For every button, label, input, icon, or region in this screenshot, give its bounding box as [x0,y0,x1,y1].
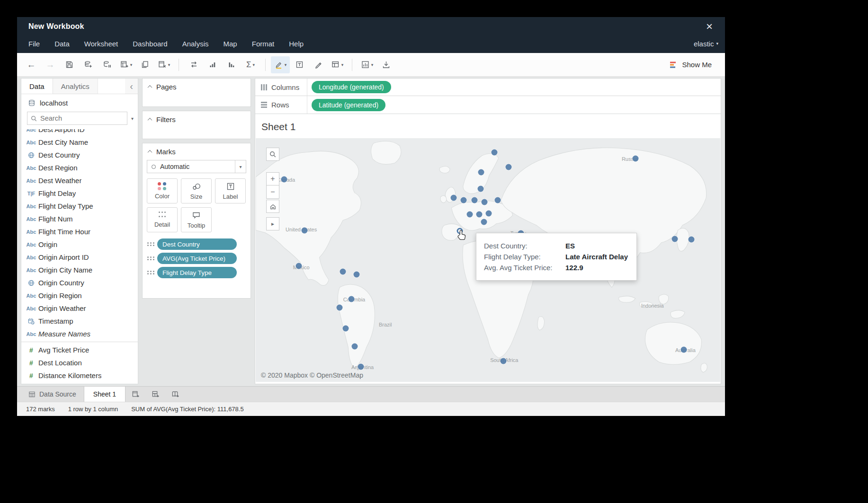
field-origin-country[interactable]: Origin Country [21,276,138,289]
new-worksheet-button[interactable]: ▾ [116,56,135,73]
sort-descending-button[interactable] [222,56,241,73]
tooltip-button[interactable]: Tooltip [181,207,212,232]
menu-worksheet[interactable]: Worksheet [84,40,118,48]
map-mark[interactable] [340,268,346,274]
field-origin[interactable]: AbcOrigin [21,238,138,251]
map-mark[interactable] [472,197,478,203]
map-mark[interactable] [358,363,364,370]
map-mark[interactable] [689,237,695,243]
map-mark[interactable] [343,325,349,331]
field-dest-location[interactable]: #Dest Location [21,356,138,369]
chevron-down-icon[interactable]: ▾ [235,160,246,173]
rows-pill-latitude-generated[interactable]: Latitude (generated) [312,99,385,111]
pause-auto-updates-button[interactable] [98,56,116,73]
columns-shelf[interactable]: Columns Longitude (generated) [255,78,721,96]
field-dest-region[interactable]: AbcDest Region [21,161,138,174]
undo-button[interactable]: ← [22,56,41,73]
show-hide-cards-button[interactable]: ▾ [328,56,347,73]
map-mark[interactable] [302,227,308,233]
menu-file[interactable]: File [28,40,40,48]
menu-analysis[interactable]: Analysis [182,40,209,48]
zoom-in-button[interactable]: + [266,172,279,185]
data-source-tab[interactable]: Data Source [21,387,84,402]
field-dest-airport-id[interactable]: AbcDest Airport ID [21,129,138,136]
field-avg-ticket-price[interactable]: #Avg Ticket Price [21,344,138,356]
search-input[interactable] [40,115,124,122]
collapse-pane-icon[interactable]: ‹ [125,79,138,94]
field-dest-weather[interactable]: AbcDest Weather [21,174,138,187]
marks-pill-avg-avg-ticket-price[interactable]: AVG(Avg Ticket Price) [157,253,237,264]
map-mark[interactable] [461,197,467,203]
map-mark[interactable] [351,344,358,350]
map-pan-button[interactable]: ▸ [266,217,279,230]
save-button[interactable] [60,56,79,73]
map-mark[interactable] [500,358,506,364]
totals-button[interactable]: Σ ▾ [241,56,260,73]
map-search-button[interactable] [266,148,279,161]
field-flight-delay[interactable]: T|FFlight Delay [21,187,138,200]
map-mark[interactable] [281,176,287,183]
map-area[interactable]: + − ▸ Dest Country:ESFlight Delay Type:L… [256,138,720,382]
field-origin-airport-id[interactable]: AbcOrigin Airport ID [21,251,138,264]
collapse-card-icon[interactable] [148,85,152,90]
size-button[interactable]: Size [181,178,212,203]
field-flight-delay-type[interactable]: AbcFlight Delay Type [21,200,138,212]
view-options-caret-icon[interactable]: ▾ [130,116,135,121]
highlight-button[interactable]: ▾ [271,56,290,73]
field-origin-weather[interactable]: AbcOrigin Weather [21,302,138,315]
map-mark[interactable] [349,296,355,302]
new-story-button[interactable] [165,387,185,402]
close-icon[interactable]: × [706,21,713,32]
sheet-tab-sheet1[interactable]: Sheet 1 [84,387,125,402]
map-home-button[interactable] [266,200,279,213]
pages-shelf[interactable]: Pages [142,78,251,107]
field-flight-num[interactable]: AbcFlight Num [21,212,138,225]
map-mark[interactable] [633,156,639,162]
field-origin-city-name[interactable]: AbcOrigin City Name [21,264,138,276]
duplicate-button[interactable] [135,56,154,73]
zoom-out-button[interactable]: − [266,185,279,199]
user-menu[interactable]: elastic ▾ [694,40,718,48]
map-mark[interactable] [495,197,501,203]
swap-rows-columns-button[interactable] [184,56,203,73]
field-timestamp[interactable]: Timestamp [21,315,138,327]
new-worksheet-button[interactable] [125,387,145,402]
map-mark[interactable] [353,271,359,277]
field-dest-country[interactable]: Dest Country [21,149,138,161]
field-flight-time-hour[interactable]: AbcFlight Time Hour [21,225,138,238]
fit-button[interactable]: ▾ [358,56,376,73]
columns-pill-longitude-generated[interactable]: Longitude (generated) [312,81,391,93]
map-mark[interactable] [467,211,473,217]
label-button[interactable]: Label [215,178,246,203]
show-me-button[interactable]: Show Me [670,61,718,69]
map-mark[interactable] [478,169,484,175]
field-origin-region[interactable]: AbcOrigin Region [21,289,138,302]
data-source-connection[interactable]: localhost [21,94,138,111]
marks-pill-dest-country[interactable]: Dest Country [157,238,237,250]
map-mark[interactable] [492,150,498,156]
menu-data[interactable]: Data [54,40,70,48]
marks-pill-flight-delay-type[interactable]: Flight Delay Type [157,267,237,278]
menu-help[interactable]: Help [289,40,304,48]
collapse-card-icon[interactable] [148,118,152,123]
menu-dashboard[interactable]: Dashboard [133,40,167,48]
map-mark[interactable] [481,219,487,225]
show-mark-labels-button[interactable] [290,56,309,73]
color-button[interactable]: Color [147,178,178,203]
rows-shelf[interactable]: Rows Latitude (generated) [255,96,721,114]
menu-format[interactable]: Format [252,40,275,48]
new-data-source-button[interactable] [79,56,98,73]
map-mark[interactable] [680,346,687,353]
map-mark[interactable] [477,186,483,192]
map-mark[interactable] [486,210,492,216]
map-mark[interactable] [505,164,511,170]
map-mark[interactable] [450,195,456,201]
map-mark[interactable] [671,236,678,242]
tab-analytics[interactable]: Analytics [53,79,98,94]
mark-type-dropdown[interactable]: Automatic ▾ [147,160,246,173]
tab-data[interactable]: Data [21,79,53,94]
search-box[interactable] [27,112,127,125]
clear-sheet-button[interactable]: ▾ [154,56,173,73]
new-dashboard-button[interactable] [145,387,165,402]
menu-map[interactable]: Map [224,40,237,48]
